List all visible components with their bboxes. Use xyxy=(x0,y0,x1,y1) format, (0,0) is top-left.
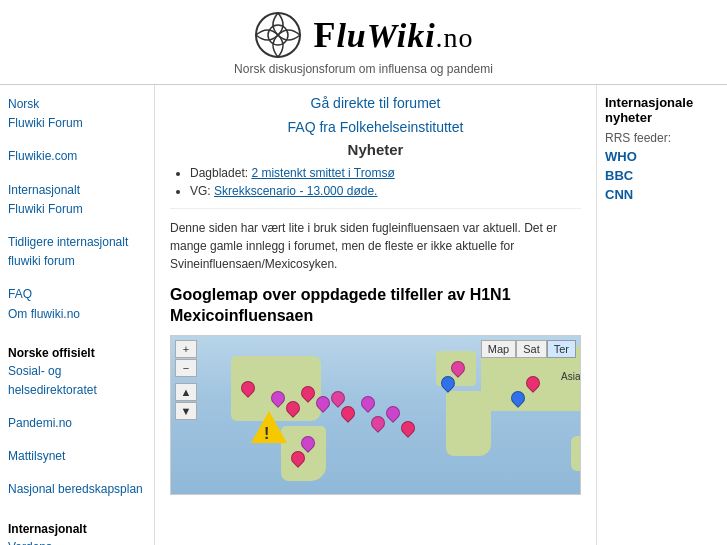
pan-up-button[interactable]: ▲ xyxy=(175,383,197,401)
sidebar-link-beredskapsplan[interactable]: Nasjonal beredskapsplan xyxy=(8,480,146,499)
news-link-1[interactable]: 2 mistenkt smittet i Tromsø xyxy=(251,166,394,180)
pan-down-button[interactable]: ▼ xyxy=(175,402,197,420)
sidebar-link-om[interactable]: Om fluwiki.no xyxy=(8,305,146,324)
site-title: FluWiki.no xyxy=(313,14,473,56)
news-source-1: Dagbladet: xyxy=(190,166,251,180)
main-content: Gå direkte til forumet FAQ fra Folkehels… xyxy=(155,85,597,545)
sidebar-link-pandemi[interactable]: Pandemi.no xyxy=(8,414,146,433)
tagline: Norsk diskusjonsforum om influensa og pa… xyxy=(234,62,493,76)
sidebar-link-fluwiki-forum-2[interactable]: Fluwiki Forum xyxy=(8,200,146,219)
title-suffix: .no xyxy=(436,22,474,53)
news-item-2: VG: Skrekkscenario - 13.000 døde. xyxy=(190,184,581,198)
sidebar-link-fluwiki-forum-1[interactable]: Fluwiki Forum xyxy=(8,114,146,133)
sidebar-link-tidligere[interactable]: Tidligere internasjonalt xyxy=(8,233,146,252)
news-heading: Nyheter xyxy=(170,141,581,158)
forum-link[interactable]: Gå direkte til forumet xyxy=(311,95,441,111)
faq-link[interactable]: FAQ fra Folkehelseinstituttet xyxy=(288,119,464,135)
logo-icon xyxy=(253,10,303,60)
forum-link-heading[interactable]: Gå direkte til forumet xyxy=(170,95,581,111)
news-source-2: VG: xyxy=(190,184,214,198)
map-button-map[interactable]: Map xyxy=(481,340,516,358)
map-button-ter[interactable]: Ter xyxy=(547,340,576,358)
map-type-controls: Map Sat Ter xyxy=(481,340,576,358)
map-container: Asia xyxy=(170,335,581,495)
sidebar-link-norsk[interactable]: Norsk xyxy=(8,95,146,114)
logo-area: FluWiki.no xyxy=(253,10,473,60)
title-text: F xyxy=(313,15,336,55)
rss-link-cnn[interactable]: CNN xyxy=(605,187,719,202)
sidebar-link-fluwiki-forum-3[interactable]: fluwiki forum xyxy=(8,252,146,271)
rss-link-bbc[interactable]: BBC xyxy=(605,168,719,183)
main-layout: Norsk Fluwiki Forum Fluwikie.com Interna… xyxy=(0,85,727,545)
rss-label: RRS feeder: xyxy=(605,131,719,145)
site-header: FluWiki.no Norsk diskusjonsforum om infl… xyxy=(0,0,727,85)
sidebar-link-fluwikie[interactable]: Fluwikie.com xyxy=(8,147,146,166)
marker-7 xyxy=(358,393,378,413)
map-button-sat[interactable]: Sat xyxy=(516,340,547,358)
title-main: luWiki xyxy=(336,17,435,54)
map-nav-controls: + − ▲ ▼ xyxy=(175,340,197,420)
right-sidebar-heading: Internasjonale nyheter xyxy=(605,95,719,125)
sidebar-link-mattilsynet[interactable]: Mattilsynet xyxy=(8,447,146,466)
map-label-asia: Asia xyxy=(561,371,580,382)
sidebar-section-norske: Norske offisielt xyxy=(8,346,146,360)
marker-17 xyxy=(398,418,418,438)
news-link-2[interactable]: Skrekkscenario - 13.000 døde. xyxy=(214,184,377,198)
faq-title: FAQ fra Folkehelseinstituttet xyxy=(170,119,581,135)
warning-marker xyxy=(251,411,287,443)
marker-16 xyxy=(383,403,403,423)
sidebar-section-internasjonalt: Internasjonalt xyxy=(8,522,146,536)
left-sidebar: Norsk Fluwiki Forum Fluwikie.com Interna… xyxy=(0,85,155,545)
sidebar-link-who-org[interactable]: Verdenshelseorganisasjon xyxy=(8,538,146,545)
news-item-1: Dagbladet: 2 mistenkt smittet i Tromsø xyxy=(190,166,581,180)
continent-australia xyxy=(571,436,581,471)
map-background: Asia xyxy=(171,336,580,494)
sidebar-link-sosial[interactable]: Sosial- oghelsedirektoratet xyxy=(8,362,146,400)
news-list: Dagbladet: 2 mistenkt smittet i Tromsø V… xyxy=(190,166,581,198)
sidebar-link-internasjonalt[interactable]: Internasjonalt xyxy=(8,181,146,200)
map-title: Googlemap over oppdagede tilfeller av H1… xyxy=(170,285,581,327)
zoom-out-button[interactable]: − xyxy=(175,359,197,377)
rss-link-who[interactable]: WHO xyxy=(605,149,719,164)
marker-5 xyxy=(328,388,348,408)
right-sidebar: Internasjonale nyheter RRS feeder: WHO B… xyxy=(597,85,727,545)
zoom-in-button[interactable]: + xyxy=(175,340,197,358)
sidebar-link-faq[interactable]: FAQ xyxy=(8,285,146,304)
marker-8 xyxy=(368,413,388,433)
info-paragraph: Denne siden har vært lite i bruk siden f… xyxy=(170,208,581,273)
marker-6 xyxy=(338,403,358,423)
